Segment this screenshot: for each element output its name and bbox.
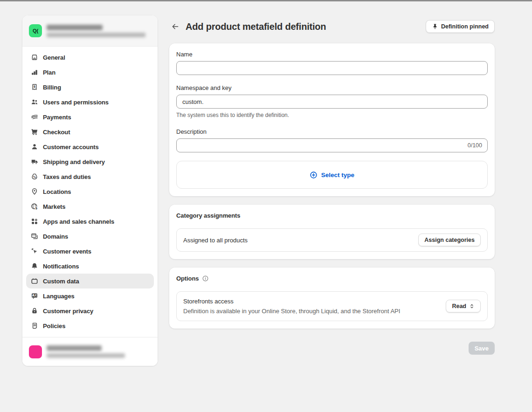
namespace-key-input[interactable] [176, 95, 488, 109]
storefronts-access-value: Read [452, 303, 466, 309]
page-title: Add product metafield definition [186, 21, 326, 32]
page-header: Add product metafield definition Definit… [169, 20, 495, 33]
store-avatar-initials: Q( [33, 28, 38, 34]
select-type-container: Select type [176, 161, 488, 189]
sidebar-item-plan[interactable]: Plan [26, 65, 154, 80]
sidebar-item-taxes-and-duties[interactable]: % Taxes and duties [26, 169, 154, 184]
sidebar-item-apps-and-sales-channels[interactable]: Apps and sales channels [26, 214, 154, 229]
definition-form-card: Name Namespace and key The system uses t… [169, 43, 495, 196]
sidebar-item-payments[interactable]: Payments [26, 110, 154, 124]
sidebar-item-general[interactable]: General [26, 50, 154, 65]
name-input[interactable] [176, 61, 488, 75]
sidebar-item-label: Languages [43, 293, 75, 300]
save-button[interactable]: Save [469, 342, 495, 355]
person-icon [31, 143, 38, 151]
user-menu[interactable] [22, 337, 158, 366]
browser-windows-icon [31, 233, 38, 240]
category-assignment-row: Assigned to all products Assign categori… [176, 228, 488, 252]
sidebar-item-label: Policies [43, 323, 65, 330]
options-card: Options Storefronts access Definition is… [169, 268, 495, 329]
name-label: Name [176, 51, 488, 58]
assign-categories-button[interactable]: Assign categories [418, 233, 481, 247]
store-switcher[interactable]: Q( [22, 15, 158, 47]
sidebar-item-label: Taxes and duties [43, 173, 91, 180]
sidebar-item-label: Shipping and delivery [43, 158, 105, 165]
map-pin-icon [31, 188, 38, 195]
namespace-key-label: Namespace and key [176, 84, 488, 92]
sidebar-item-label: Customer events [43, 248, 91, 255]
definition-pinned-button[interactable]: Definition pinned [426, 20, 495, 33]
store-url-redacted [47, 33, 145, 37]
select-type-button[interactable]: Select type [310, 171, 354, 179]
cursor-sparks-icon [31, 247, 38, 255]
sidebar-item-label: Payments [43, 114, 71, 121]
sidebar-item-label: Locations [43, 188, 71, 195]
storefronts-access-select[interactable]: Read [446, 300, 481, 313]
sidebar-item-label: Custom data [43, 278, 79, 285]
assignment-status-text: Assigned to all products [183, 237, 248, 244]
sidebar-item-notifications[interactable]: Notifications [26, 259, 154, 274]
store-name-redacted [47, 25, 103, 30]
sidebar-item-customer-accounts[interactable]: Customer accounts [26, 139, 154, 154]
svg-text:$: $ [35, 206, 38, 210]
storefronts-access-row: Storefronts access Definition is availab… [176, 291, 488, 321]
sidebar-item-label: Plan [43, 69, 55, 76]
sidebar-item-label: Users and permissions [43, 99, 109, 106]
sidebar-item-domains[interactable]: Domains [26, 229, 154, 244]
sidebar-item-custom-data[interactable]: Custom data [26, 274, 154, 288]
description-label: Description [176, 128, 488, 136]
sidebar-item-label: Markets [43, 203, 65, 210]
svg-text:A: A [32, 294, 35, 297]
options-title: Options [176, 275, 199, 282]
globe-dollar-icon: $ [31, 203, 38, 210]
storefronts-access-title: Storefronts access [183, 297, 400, 305]
payments-icon [31, 113, 38, 121]
name-field: Name [176, 51, 488, 75]
sidebar-item-label: Checkout [43, 129, 70, 136]
sidebar-item-label: Billing [43, 84, 61, 91]
sidebar-item-label: Domains [43, 233, 68, 240]
sidebar-item-label: Customer accounts [43, 144, 99, 151]
plus-circle-icon [310, 171, 318, 179]
apps-grid-icon [31, 218, 38, 225]
sidebar-item-customer-privacy[interactable]: Customer privacy [26, 303, 154, 318]
storefront-icon [31, 54, 38, 61]
select-type-label: Select type [321, 172, 354, 179]
money-bag-percent-icon: % [31, 173, 38, 180]
lock-icon [31, 307, 38, 315]
sidebar-item-markets[interactable]: $ Markets [26, 199, 154, 214]
namespace-key-help: The system uses this to identify the def… [176, 111, 488, 119]
sidebar-item-languages[interactable]: A Languages [26, 288, 154, 303]
sidebar-item-customer-events[interactable]: Customer events [26, 244, 154, 259]
user-name-redacted [47, 345, 102, 351]
description-input[interactable] [176, 138, 488, 152]
sidebar-item-shipping-and-delivery[interactable]: Shipping and delivery [26, 154, 154, 169]
sidebar-item-policies[interactable]: Policies [26, 318, 154, 333]
category-assignments-card: Category assignments Assigned to all pro… [169, 205, 495, 259]
cart-icon [31, 128, 38, 136]
sidebar-item-locations[interactable]: Locations [26, 184, 154, 199]
page-actions: Save [169, 342, 495, 355]
user-avatar [29, 345, 42, 358]
policy-doc-icon [31, 322, 38, 330]
caret-updown-icon [469, 303, 475, 309]
namespace-key-field: Namespace and key The system uses this t… [176, 84, 488, 119]
pin-icon [432, 23, 438, 30]
sidebar-item-billing[interactable]: $ Billing [26, 80, 154, 95]
bell-icon [31, 262, 38, 270]
main-content: Add product metafield definition Definit… [169, 20, 495, 355]
info-icon[interactable] [202, 275, 209, 282]
settings-sidebar: Q( General Plan $ Billing Users and perm… [22, 15, 158, 366]
plan-steps-icon [31, 69, 38, 76]
back-button[interactable] [169, 21, 181, 33]
users-icon [31, 98, 38, 106]
sidebar-item-label: Notifications [43, 263, 79, 270]
store-avatar: Q( [29, 24, 42, 37]
sidebar-item-checkout[interactable]: Checkout [26, 124, 154, 139]
sidebar-item-users-and-permissions[interactable]: Users and permissions [26, 95, 154, 110]
settings-nav: General Plan $ Billing Users and permiss… [22, 47, 158, 337]
truck-icon [31, 158, 38, 165]
storefronts-access-description: Definition is available in your Online S… [183, 307, 400, 315]
category-assignments-title: Category assignments [176, 212, 240, 219]
sidebar-item-label: Apps and sales channels [43, 218, 114, 225]
